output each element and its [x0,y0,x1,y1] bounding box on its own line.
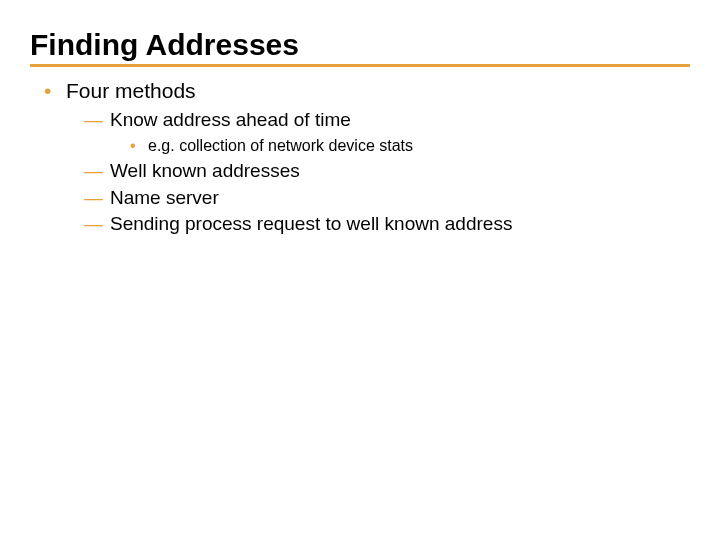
bullet-list-level-2: e.g. collection of network device stats [110,134,690,158]
slide-title: Finding Addresses [30,28,690,67]
list-item: Know address ahead of time e.g. collecti… [84,107,690,158]
list-item: Four methods Know address ahead of time … [44,77,690,238]
list-item: e.g. collection of network device stats [130,134,690,158]
list-item-text: Well known addresses [110,160,300,181]
list-item-text: e.g. collection of network device stats [148,137,413,154]
list-item: Sending process request to well known ad… [84,211,690,238]
bullet-list-level-1: Know address ahead of time e.g. collecti… [66,107,690,237]
list-item-text: Name server [110,187,219,208]
bullet-list-level-0: Four methods Know address ahead of time … [30,77,690,238]
list-item: Name server [84,185,690,212]
list-item-text: Four methods [66,79,196,102]
slide: Finding Addresses Four methods Know addr… [0,0,720,238]
list-item-text: Sending process request to well known ad… [110,213,512,234]
list-item: Well known addresses [84,158,690,185]
list-item-text: Know address ahead of time [110,109,351,130]
